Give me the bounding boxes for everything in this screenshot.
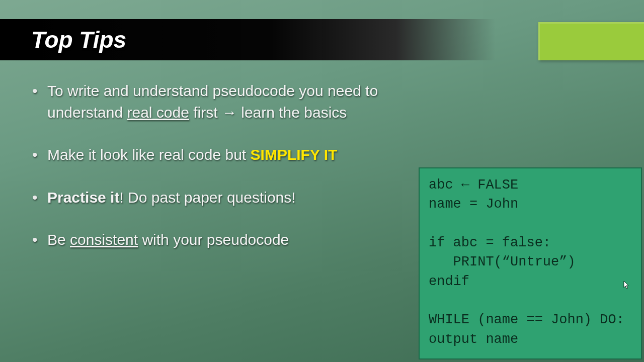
bullet-4-consistent: consistent [70, 231, 138, 248]
bullet-4-post: with your pseudocode [138, 231, 289, 248]
bullet-2: Make it look like real code but SIMPLIFY… [30, 144, 443, 166]
accent-tab [538, 22, 644, 60]
title-bar: Top Tips [0, 19, 496, 60]
slide-title: Top Tips [31, 26, 126, 53]
bullet-2-highlight: SIMPLIFY IT [251, 146, 338, 163]
bullet-1-realcode: real code [127, 104, 189, 121]
slide: Top Tips To write and understand pseudoc… [0, 0, 644, 362]
bullet-3-bold: Practise it [47, 189, 119, 206]
bullet-1-post2: learn the basics [237, 104, 347, 121]
bullet-4: Be consistent with your pseudocode [30, 229, 443, 251]
bullet-3-rest: ! Do past paper questions! [119, 189, 295, 206]
bullet-2-pre: Make it look like real code but [47, 146, 251, 163]
bullet-1: To write and understand pseudocode you n… [30, 80, 443, 123]
pseudocode-box: abc ← FALSE name = John if abc = false: … [419, 167, 642, 359]
bullet-4-pre: Be [47, 231, 70, 248]
bullet-1-post1: first [189, 104, 222, 121]
bullet-3: Practise it! Do past paper questions! [30, 187, 443, 209]
bullet-list: To write and understand pseudocode you n… [30, 80, 443, 272]
arrow-icon: → [222, 104, 237, 121]
